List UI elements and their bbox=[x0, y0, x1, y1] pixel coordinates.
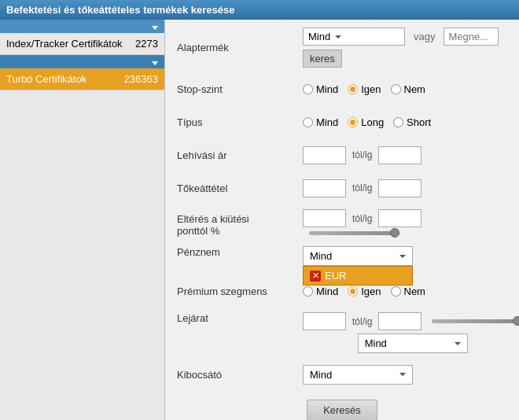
kibocsato-controls: Mind bbox=[303, 365, 413, 385]
stop-nem-option[interactable]: Nem bbox=[391, 83, 425, 95]
sidebar-header[interactable] bbox=[0, 20, 164, 33]
premium-igen-radio[interactable] bbox=[348, 286, 358, 297]
alaptermek-dropdown-value: Mind bbox=[308, 31, 330, 42]
premium-mind-label: Mind bbox=[316, 286, 338, 297]
elteres-tol-ig: tól/ig bbox=[352, 213, 372, 224]
alaptermek-dropdown[interactable]: Mind bbox=[303, 28, 405, 46]
sidebar-item-turbo-count: 236363 bbox=[124, 73, 158, 85]
tipus-long-option[interactable]: Long bbox=[348, 116, 384, 128]
kibocsato-dropdown-value: Mind bbox=[310, 369, 332, 381]
penznem-controls: Mind ✕ EUR bbox=[303, 246, 413, 266]
stop-mind-option[interactable]: Mind bbox=[303, 83, 338, 95]
lejarat-tol-input[interactable] bbox=[303, 312, 346, 330]
stop-igen-label: Igen bbox=[361, 83, 381, 95]
stop-szint-row: Stop-szint Mind Igen Nem bbox=[177, 77, 507, 101]
premium-szegmens-label: Prémium szegmens bbox=[177, 286, 303, 297]
lehivasi-ar-tol-input[interactable] bbox=[303, 146, 346, 164]
lehivasi-ar-label: Lehívási ár bbox=[177, 149, 303, 161]
stop-mind-label: Mind bbox=[316, 83, 338, 95]
elteres-tol-input[interactable] bbox=[303, 209, 346, 227]
tokeattetes-controls: tól/ig bbox=[303, 179, 421, 197]
tipus-short-option[interactable]: Short bbox=[393, 116, 431, 128]
megnevezes-input[interactable] bbox=[444, 28, 499, 46]
premium-mind-option[interactable]: Mind bbox=[303, 286, 338, 297]
sidebar-item-index-tracker[interactable]: Index/Tracker Certifikátok 2273 bbox=[0, 33, 164, 55]
sidebar-item-count: 2273 bbox=[135, 38, 158, 50]
stop-igen-radio[interactable] bbox=[348, 84, 358, 94]
elteres-label: Eltérés a kiütésiponttól % bbox=[177, 209, 303, 237]
title-text: Befektetési és tőkeáttételes termékek ke… bbox=[6, 4, 235, 16]
lehivasi-ar-controls: tól/ig bbox=[303, 146, 421, 164]
penznem-eur-item[interactable]: ✕ EUR bbox=[304, 267, 412, 285]
title-bar: Befektetési és tőkeáttételes termékek ke… bbox=[0, 0, 519, 20]
lejarat-dropdown[interactable]: Mind bbox=[358, 333, 468, 353]
tipus-row: Típus Mind Long Short bbox=[177, 110, 507, 134]
kibocsato-dropdown-arrow-icon bbox=[399, 373, 406, 376]
penznem-dropdown-arrow-icon bbox=[399, 255, 406, 258]
main-panel: Alaptermék Mind vagy keres Stop-szint bbox=[165, 20, 519, 420]
lejarat-slider-handle-icon[interactable] bbox=[513, 316, 519, 326]
premium-igen-option[interactable]: Igen bbox=[348, 286, 381, 297]
stop-nem-label: Nem bbox=[404, 83, 425, 95]
sidebar: Index/Tracker Certifikátok 2273 Turbó Ce… bbox=[0, 20, 165, 420]
elteres-slider-handle-icon[interactable] bbox=[390, 228, 399, 238]
stop-szint-controls: Mind Igen Nem bbox=[303, 83, 425, 95]
tipus-mind-option[interactable]: Mind bbox=[303, 116, 338, 128]
stop-igen-option[interactable]: Igen bbox=[348, 83, 381, 95]
lejarat-slider-track[interactable] bbox=[432, 319, 519, 323]
lejarat-row: Lejárat tól/ig Mind bbox=[177, 312, 507, 353]
stop-nem-radio[interactable] bbox=[391, 84, 401, 94]
tokeattetes-row: Tőkeáttétel tól/ig bbox=[177, 176, 507, 200]
penznem-eur-remove-icon[interactable]: ✕ bbox=[310, 271, 321, 282]
tipus-mind-label: Mind bbox=[316, 116, 338, 128]
penznem-dropdown-list: ✕ EUR bbox=[303, 266, 413, 286]
tipus-long-label: Long bbox=[361, 116, 384, 128]
tokeattetes-label: Tőkeáttétel bbox=[177, 182, 303, 194]
penznem-dropdown[interactable]: Mind bbox=[303, 246, 413, 266]
premium-nem-label: Nem bbox=[404, 286, 425, 297]
sidebar-header-2[interactable] bbox=[0, 55, 164, 68]
alaptermek-label: Alaptermék bbox=[177, 42, 303, 53]
premium-mind-radio[interactable] bbox=[303, 286, 313, 297]
elteres-slider-container bbox=[309, 231, 399, 235]
premium-nem-radio[interactable] bbox=[391, 286, 401, 297]
penznem-row: Pénznem Mind ✕ EUR bbox=[177, 246, 507, 270]
tokeattetes-ig-input[interactable] bbox=[378, 179, 421, 197]
kereses-row: Keresés bbox=[177, 396, 507, 420]
tipus-short-radio[interactable] bbox=[393, 117, 403, 127]
premium-nem-option[interactable]: Nem bbox=[391, 286, 425, 297]
elteres-ig-input[interactable] bbox=[378, 209, 421, 227]
alaptermek-controls: Mind vagy keres bbox=[303, 28, 507, 68]
elteres-label-text: Eltérés a kiütésiponttól % bbox=[177, 213, 249, 237]
kibocsato-dropdown[interactable]: Mind bbox=[303, 365, 413, 385]
tokeattetes-tol-input[interactable] bbox=[303, 179, 346, 197]
stop-mind-radio[interactable] bbox=[303, 84, 313, 94]
content-area: Index/Tracker Certifikátok 2273 Turbó Ce… bbox=[0, 20, 519, 420]
lejarat-slider-container bbox=[432, 319, 519, 323]
penznem-dropdown-value: Mind bbox=[310, 250, 332, 262]
app-window: Befektetési és tőkeáttételes termékek ke… bbox=[0, 0, 519, 420]
sidebar-item-label: Index/Tracker Certifikátok bbox=[6, 38, 123, 50]
sidebar-item-turbo[interactable]: Turbó Certifikátok 236363 bbox=[0, 68, 164, 90]
kereses-button[interactable]: Keresés bbox=[307, 400, 377, 420]
sidebar-dropdown-arrow-icon bbox=[152, 26, 158, 30]
alaptermek-row: Alaptermék Mind vagy keres bbox=[177, 28, 507, 68]
elteres-slider-track[interactable] bbox=[309, 231, 399, 235]
elteres-row: Eltérés a kiütésiponttól % tól/ig bbox=[177, 209, 507, 237]
lejarat-dropdown-arrow-icon bbox=[455, 342, 461, 345]
kibocsato-label: Kibocsátó bbox=[177, 369, 303, 381]
stop-szint-label: Stop-szint bbox=[177, 83, 303, 95]
sidebar-dropdown-arrow-2-icon bbox=[152, 61, 158, 65]
lehivasi-ar-ig-input[interactable] bbox=[378, 146, 421, 164]
lehivasi-ar-tol-ig: tól/ig bbox=[352, 149, 372, 160]
tipus-mind-radio[interactable] bbox=[303, 117, 313, 127]
lejarat-dropdown-value: Mind bbox=[365, 337, 387, 349]
keres-button[interactable]: keres bbox=[303, 50, 342, 68]
tipus-label: Típus bbox=[177, 116, 303, 128]
lejarat-ig-input[interactable] bbox=[378, 312, 421, 330]
penznem-eur-label: EUR bbox=[325, 270, 346, 282]
vagy-text: vagy bbox=[414, 31, 435, 42]
tipus-long-radio[interactable] bbox=[348, 117, 358, 127]
alaptermek-dropdown-arrow-icon bbox=[335, 35, 341, 39]
penznem-dropdown-container: Mind ✕ EUR bbox=[303, 246, 413, 266]
